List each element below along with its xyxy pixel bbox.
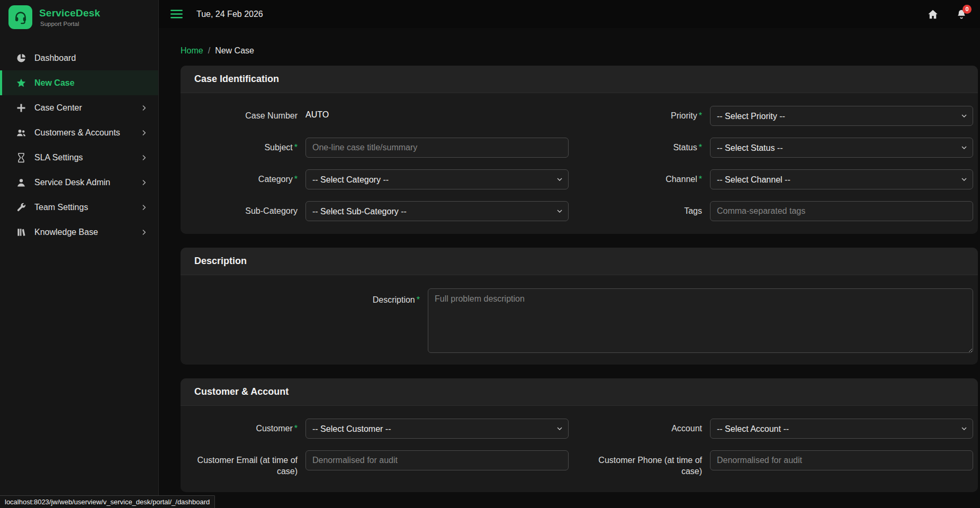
sidebar-item-case-center[interactable]: Case Center (0, 95, 158, 120)
priority-select[interactable]: -- Select Priority -- (710, 106, 973, 126)
breadcrumb-separator: / (208, 46, 210, 56)
app-title: ServiceDesk (39, 7, 100, 19)
case-identification-card: Case Identification Case Number AUTO Pri… (181, 66, 978, 234)
link-preview-statusbar: localhost:8023/jw/web/userview/v_service… (0, 495, 215, 508)
priority-label: Priority* (577, 106, 702, 122)
sidebar-item-label: Team Settings (34, 203, 88, 212)
bell-icon[interactable]: 0 (956, 8, 967, 20)
section-title: Description (194, 256, 964, 267)
person-icon (16, 177, 26, 188)
required-marker: * (699, 175, 702, 184)
case-identification-body: Case Number AUTO Priority* -- Select Pri… (181, 93, 978, 234)
description-textarea[interactable] (428, 288, 973, 353)
current-date: Tue, 24 Feb 2026 (196, 10, 263, 19)
customer-account-header: Customer & Account (181, 378, 978, 406)
required-marker: * (294, 143, 298, 152)
category-label: Category* (194, 169, 298, 185)
sidebar-item-label: Knowledge Base (34, 228, 98, 237)
breadcrumb: Home / New Case (181, 46, 978, 56)
sidebar-item-knowledge-base[interactable]: Knowledge Base (0, 220, 158, 244)
chevron-right-icon (140, 154, 148, 161)
case-identification-header: Case Identification (181, 66, 978, 93)
breadcrumb-home-link[interactable]: Home (181, 46, 203, 56)
home-icon[interactable] (927, 8, 939, 20)
account-select-control[interactable]: -- Select Account -- (710, 419, 973, 439)
required-marker: * (699, 111, 702, 120)
tags-input[interactable] (710, 201, 973, 221)
sidebar-item-sla-settings[interactable]: SLA Settings (0, 145, 158, 170)
sidebar-item-team-settings[interactable]: Team Settings (0, 195, 158, 220)
case-number-label: Case Number (194, 106, 298, 122)
customer-email-label: Customer Email (at time of case) (194, 450, 298, 477)
description-label: Description* (194, 288, 420, 355)
main-content: Home / New Case Case Identification Case… (159, 28, 980, 508)
sidebar-item-label: New Case (34, 78, 75, 88)
people-icon (16, 128, 26, 138)
section-title: Case Identification (194, 74, 964, 85)
customer-phone-input[interactable] (710, 450, 973, 470)
case-number-value: AUTO (305, 106, 569, 120)
status-label: Status* (577, 138, 702, 153)
hourglass-icon (16, 152, 26, 163)
customer-phone-label: Customer Phone (at time of case) (577, 450, 702, 477)
app-subtitle: Support Portal (40, 21, 100, 27)
description-card: Description Description* (181, 248, 978, 365)
channel-select-control[interactable]: -- Select Channel -- (710, 169, 973, 189)
chevron-right-icon (140, 204, 148, 211)
app-logo[interactable]: ServiceDesk Support Portal (0, 0, 158, 34)
customer-account-body: Customer* -- Select Customer -- Account … (181, 406, 978, 492)
chevron-right-icon (140, 129, 148, 137)
required-marker: * (699, 143, 702, 152)
category-select-control[interactable]: -- Select Category -- (305, 169, 569, 189)
status-select[interactable]: -- Select Status -- (710, 138, 973, 158)
sidebar: ServiceDesk Support Portal Dashboard New… (0, 0, 159, 508)
topbar: Tue, 24 Feb 2026 0 (159, 0, 980, 28)
customer-account-card: Customer & Account Customer* -- Select C… (181, 378, 978, 492)
headset-logo-icon (8, 5, 32, 29)
sidebar-item-label: SLA Settings (34, 153, 83, 162)
customer-select[interactable]: -- Select Customer -- (305, 419, 569, 439)
notification-badge: 0 (963, 5, 972, 14)
sidebar-menu: Dashboard New Case Case Center Customers… (0, 46, 158, 244)
tags-label: Tags (577, 201, 702, 217)
chevron-right-icon (140, 179, 148, 186)
star-icon (16, 78, 26, 88)
sub-category-select-control[interactable]: -- Select Sub-Category -- (305, 201, 569, 221)
hamburger-menu-icon[interactable] (169, 7, 184, 21)
sub-category-select[interactable]: -- Select Sub-Category -- (305, 201, 569, 221)
section-title: Customer & Account (194, 386, 964, 397)
required-marker: * (294, 175, 298, 184)
sidebar-item-label: Case Center (34, 103, 82, 113)
sidebar-item-new-case[interactable]: New Case (0, 70, 158, 95)
customer-label: Customer* (194, 419, 298, 434)
account-label: Account (577, 419, 702, 434)
breadcrumb-current: New Case (215, 46, 254, 56)
chevron-right-icon (140, 104, 148, 112)
books-icon (16, 227, 26, 238)
channel-select[interactable]: -- Select Channel -- (710, 169, 973, 189)
description-body: Description* (181, 275, 978, 365)
status-select-control[interactable]: -- Select Status -- (710, 138, 973, 158)
customer-select-control[interactable]: -- Select Customer -- (305, 419, 569, 439)
topbar-actions: 0 (927, 8, 969, 20)
sidebar-item-customers-accounts[interactable]: Customers & Accounts (0, 120, 158, 145)
required-marker: * (294, 424, 298, 433)
sidebar-item-service-desk-admin[interactable]: Service Desk Admin (0, 170, 158, 195)
description-header: Description (181, 248, 978, 275)
customer-email-input[interactable] (305, 450, 569, 470)
sidebar-item-label: Service Desk Admin (34, 178, 110, 187)
sidebar-item-dashboard[interactable]: Dashboard (0, 46, 158, 70)
chevron-right-icon (140, 229, 148, 236)
category-select[interactable]: -- Select Category -- (305, 169, 569, 189)
sidebar-item-label: Customers & Accounts (34, 128, 120, 138)
priority-select-control[interactable]: -- Select Priority -- (710, 106, 973, 126)
subject-label: Subject* (194, 138, 298, 153)
required-marker: * (417, 295, 420, 304)
pie-chart-icon (16, 53, 26, 64)
channel-label: Channel* (577, 169, 702, 185)
sub-category-label: Sub-Category (194, 201, 298, 217)
plus-icon (16, 103, 26, 113)
app-logo-text: ServiceDesk Support Portal (39, 7, 100, 27)
account-select[interactable]: -- Select Account -- (710, 419, 973, 439)
subject-input[interactable] (305, 138, 569, 158)
